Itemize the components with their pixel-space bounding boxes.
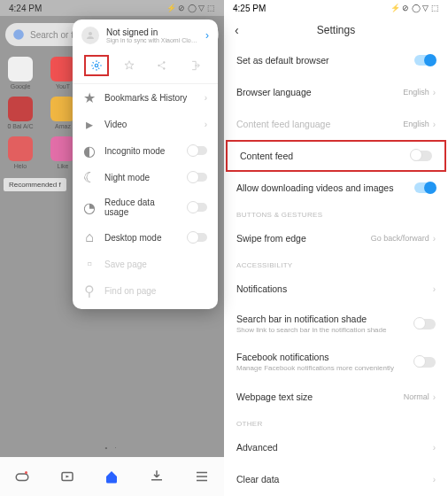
toggle[interactable] [414, 357, 436, 368]
desktop-icon: ⌂ [83, 231, 96, 244]
menu-incognito[interactable]: ◐ Incognito mode [73, 137, 218, 164]
play-icon: ▸ [83, 118, 96, 130]
app-label: 0 Bal A/C [7, 123, 33, 129]
status-icons: ⚡ ⊘ ◯ ▽ ⬚ [166, 4, 215, 12]
status-bar-right: 4:25 PM ⚡ ⊘ ◯ ▽ ⬚ [224, 0, 448, 16]
chevron-right-icon: › [433, 443, 436, 453]
app-label: Like [58, 163, 69, 169]
recommended-tab[interactable]: Recommended f [4, 178, 66, 191]
menu-find: ⚲ Find on page [73, 277, 218, 304]
status-icons: ⚡ ⊘ ◯ ▽ ⬚ [390, 4, 439, 12]
video-icon[interactable] [59, 469, 75, 484]
app-label: YouT [56, 83, 70, 89]
app-icon[interactable] [8, 136, 33, 161]
toggle[interactable] [188, 203, 207, 212]
toggle[interactable] [414, 182, 436, 193]
share-icon [156, 59, 168, 72]
row-search-noti[interactable]: Search bar in notification shade Show li… [224, 305, 448, 343]
row-clear-data[interactable]: Clear data › [224, 463, 448, 495]
settings-header: ‹ Settings [224, 16, 448, 44]
page-indicator: • · [0, 444, 224, 452]
clock: 4:24 PM [9, 4, 42, 13]
chevron-right-icon: › [433, 284, 436, 294]
menu-icon[interactable] [194, 469, 210, 484]
row-allow-download[interactable]: Allow downloading videos and images [224, 172, 448, 204]
incognito-icon: ◐ [83, 144, 96, 157]
avatar-icon [81, 27, 99, 44]
row-text-size[interactable]: Webpage text size Normal › [224, 381, 448, 413]
svg-rect-1 [17, 474, 29, 481]
svg-point-4 [89, 32, 92, 35]
bottom-nav [0, 457, 224, 496]
svg-point-0 [13, 29, 24, 40]
page-title: Settings [252, 24, 420, 36]
settings-button[interactable] [84, 55, 109, 76]
app-icon[interactable] [8, 97, 33, 121]
gauge-icon: ◔ [83, 201, 96, 213]
section-buttons: BUTTONS & GESTURES [224, 204, 448, 222]
chevron-right-icon: › [205, 120, 207, 129]
back-button[interactable]: ‹ [235, 23, 252, 37]
svg-point-5 [95, 64, 98, 67]
app-label: Helo [14, 163, 27, 169]
toggle[interactable] [188, 173, 207, 182]
left-screenshot: 4:24 PM ⚡ ⊘ ◯ ▽ ⬚ Search or ty Google Yo… [0, 0, 224, 496]
row-fb-noti[interactable]: Facebook notifications Manage Facebook n… [224, 343, 448, 381]
chevron-right-icon: › [205, 93, 207, 103]
menu-save: ▫ Save page [73, 251, 218, 277]
menu-night[interactable]: ☾ Night mode [73, 164, 218, 190]
home-icon[interactable] [104, 469, 120, 484]
row-feed-language: Content feed language English › [224, 108, 448, 140]
clock: 4:25 PM [233, 4, 266, 13]
toggle[interactable] [411, 151, 432, 161]
favorite-button[interactable] [117, 55, 142, 76]
chevron-right-icon: › [433, 120, 436, 129]
app-icon[interactable] [50, 97, 75, 121]
menu-bookmarks[interactable]: ★ Bookmarks & History › [73, 84, 218, 111]
app-label: Amaz [55, 123, 71, 129]
right-screenshot: 4:25 PM ⚡ ⊘ ◯ ▽ ⬚ ‹ Settings Set as defa… [224, 0, 448, 496]
save-icon: ▫ [83, 258, 96, 270]
download-icon[interactable] [149, 469, 165, 484]
exit-button[interactable] [182, 55, 207, 76]
exit-icon [189, 59, 201, 72]
row-default-browser[interactable]: Set as default browser [224, 44, 448, 76]
svg-point-2 [25, 471, 27, 474]
app-icon[interactable] [50, 57, 75, 81]
browser-menu-popup: Not signed in Sign in to sync with Xiaom… [73, 19, 218, 309]
menu-desktop[interactable]: ⌂ Desktop mode [73, 224, 218, 251]
section-accessibility: ACCESSIBILITY [224, 254, 448, 273]
gear-icon [90, 59, 103, 72]
star-icon [123, 59, 135, 72]
app-icon[interactable] [8, 57, 33, 81]
chevron-right-icon: › [433, 475, 436, 484]
row-content-feed[interactable]: Content feed [226, 140, 446, 172]
app-icon[interactable] [50, 136, 75, 161]
row-browser-language[interactable]: Browser language English › [224, 76, 448, 108]
row-notifications[interactable]: Notifications › [224, 273, 448, 305]
user-subtitle: Sign in to sync with Xiaomi Clo… [106, 37, 198, 43]
share-button[interactable] [150, 55, 174, 76]
section-other: OTHER [224, 413, 448, 431]
chevron-right-icon: › [433, 88, 436, 97]
search-placeholder: Search or ty [30, 30, 78, 40]
toggle[interactable] [188, 233, 207, 242]
toggle[interactable] [188, 146, 207, 155]
chevron-right-icon: › [433, 392, 436, 402]
toggle[interactable] [414, 319, 436, 329]
menu-data[interactable]: ◔ Reduce data usage [73, 190, 218, 224]
bookmark-icon: ★ [83, 91, 96, 104]
game-icon[interactable] [14, 469, 30, 484]
status-bar-left: 4:24 PM ⚡ ⊘ ◯ ▽ ⬚ [0, 0, 224, 16]
user-title: Not signed in [106, 27, 198, 37]
google-icon [12, 28, 25, 41]
toggle[interactable] [414, 55, 436, 66]
row-swipe[interactable]: Swipe from edge Go back/forward › [224, 222, 448, 254]
app-label: Google [11, 83, 31, 89]
menu-video[interactable]: ▸ Video › [73, 111, 218, 137]
row-advanced[interactable]: Advanced › [224, 431, 448, 463]
search-icon: ⚲ [83, 284, 96, 297]
account-row[interactable]: Not signed in Sign in to sync with Xiaom… [73, 19, 218, 50]
chevron-right-icon: › [433, 234, 436, 244]
moon-icon: ☾ [83, 171, 96, 183]
